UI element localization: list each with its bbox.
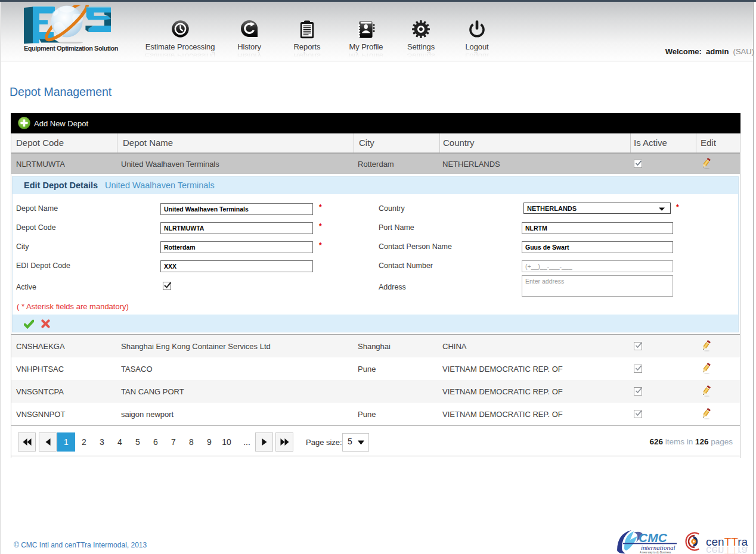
svg-text:cenTTra: cenTTra bbox=[706, 544, 748, 554]
svg-text:CMC: CMC bbox=[639, 531, 668, 544]
svg-text:international: international bbox=[641, 544, 675, 551]
svg-text:A new way to do Business: A new way to do Business bbox=[640, 551, 671, 554]
